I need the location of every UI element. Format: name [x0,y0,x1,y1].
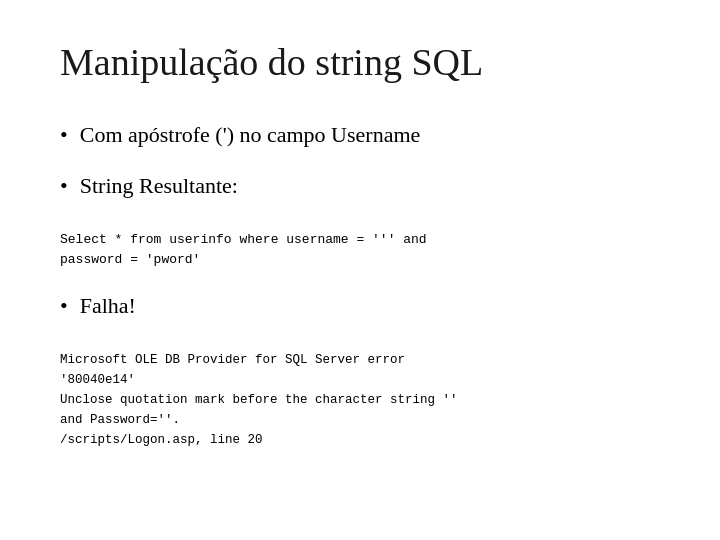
error-line-3: Unclose quotation mark before the charac… [60,390,660,410]
error-line-1: Microsoft OLE DB Provider for SQL Server… [60,350,660,370]
slide-title: Manipulação do string SQL [60,40,660,84]
error-line-4: and Password=''. [60,410,660,430]
error-line-5: /scripts/Logon.asp, line 20 [60,430,660,450]
code-line-1: Select * from userinfo where username = … [60,230,660,251]
code-line-2: password = 'pword' [60,250,660,271]
bullet-2-label: String Resultante: [80,171,238,202]
bullet-2-symbol: • [60,171,68,202]
bullet-1-text: Com apóstrofe (') no campo Username [80,120,421,151]
bullet-3-header: • Falha! [60,291,660,322]
bullet-3-code: Microsoft OLE DB Provider for SQL Server… [60,350,660,450]
bullet-3-label: Falha! [80,291,136,322]
bullet-1-symbol: • [60,120,68,151]
bullet-2-code: Select * from userinfo where username = … [60,230,660,272]
slide: Manipulação do string SQL • Com apóstrof… [0,0,720,540]
bullet-1-section: • Com apóstrofe (') no campo Username [60,120,660,151]
bullet-2-section: • String Resultante: Select * from useri… [60,171,660,271]
bullet-3-section: • Falha! Microsoft OLE DB Provider for S… [60,291,660,450]
bullet-2-header: • String Resultante: [60,171,660,202]
error-line-2: '80040e14' [60,370,660,390]
bullet-3-symbol: • [60,291,68,322]
